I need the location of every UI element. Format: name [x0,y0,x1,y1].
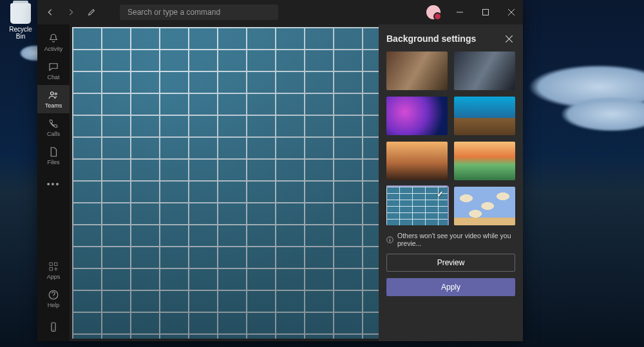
window-close-button[interactable] [500,3,523,21]
new-note-button[interactable] [82,3,100,21]
rail-label: Calls [47,131,60,137]
rail-label: Apps [47,274,61,280]
background-grid [386,52,515,225]
panel-title: Background settings [386,33,476,44]
rail-label: Files [47,159,59,165]
nav-forward-button[interactable] [62,3,80,21]
rail-activity[interactable]: Activity [37,28,70,57]
bg-thumb-sunset-hiker[interactable] [454,142,515,180]
rail-chat[interactable]: Chat [37,57,70,85]
rail-teams[interactable]: Teams [37,85,70,113]
svg-rect-3 [50,263,53,266]
nav-back-button[interactable] [41,3,59,21]
rail-help[interactable]: Help [37,285,70,313]
rail-label: Help [48,302,60,308]
bg-thumb-mountain-grey[interactable] [454,52,515,90]
svg-rect-4 [55,263,58,266]
svg-rect-0 [483,10,489,15]
recycle-bin-label: Recycle Bin [5,26,36,40]
teams-window: Search or type a command Activity Chat T… [37,0,523,341]
svg-point-8 [53,330,54,331]
rail-label: Chat [47,74,59,80]
window-maximize-button[interactable] [474,3,497,21]
bell-icon [48,33,59,44]
bg-thumb-old-town[interactable] [386,142,448,180]
apply-button[interactable]: Apply [386,278,515,296]
preview-button[interactable]: Preview [386,254,515,272]
chat-icon [48,61,59,73]
notice-text: Others won't see your video while you pr… [397,232,515,247]
teams-icon [48,89,59,101]
help-icon [48,289,59,301]
search-input[interactable]: Search or type a command [120,5,278,20]
background-preview-brick [72,27,379,339]
device-icon [48,321,59,333]
file-icon [48,146,59,158]
rail-more[interactable]: ••• [37,170,70,198]
close-icon [506,35,513,42]
bg-thumb-blue-brick[interactable] [386,187,448,225]
rail-files[interactable]: Files [37,142,70,170]
preview-notice: Others won't see your video while you pr… [386,232,515,247]
rail-device[interactable] [37,313,70,341]
background-settings-panel: Background settings [379,24,523,341]
bg-thumb-nebula[interactable] [386,97,448,135]
titlebar: Search or type a command [37,0,523,24]
window-minimize-button[interactable] [448,3,471,21]
rail-label: Activity [44,46,63,52]
bg-thumb-moon-cliff[interactable] [454,97,515,135]
recycle-bin-icon [10,3,31,24]
more-icon: ••• [47,180,61,189]
rail-calls[interactable]: Calls [37,113,70,142]
rail-apps[interactable]: Apps [37,256,70,285]
apps-icon [48,261,59,272]
avatar[interactable] [426,5,440,19]
bg-thumb-clouds-wall[interactable] [454,187,515,225]
svg-point-2 [55,93,57,95]
svg-point-1 [51,92,54,95]
svg-rect-5 [50,268,53,271]
video-preview [70,24,379,341]
app-rail: Activity Chat Teams Calls Files ••• [37,24,70,341]
phone-icon [48,118,59,129]
info-icon [386,236,393,244]
rail-label: Teams [45,102,62,109]
panel-close-button[interactable] [502,32,515,45]
bg-thumb-street-dusk[interactable] [386,52,448,90]
search-placeholder: Search or type a command [128,8,220,17]
recycle-bin[interactable]: Recycle Bin [5,3,36,40]
